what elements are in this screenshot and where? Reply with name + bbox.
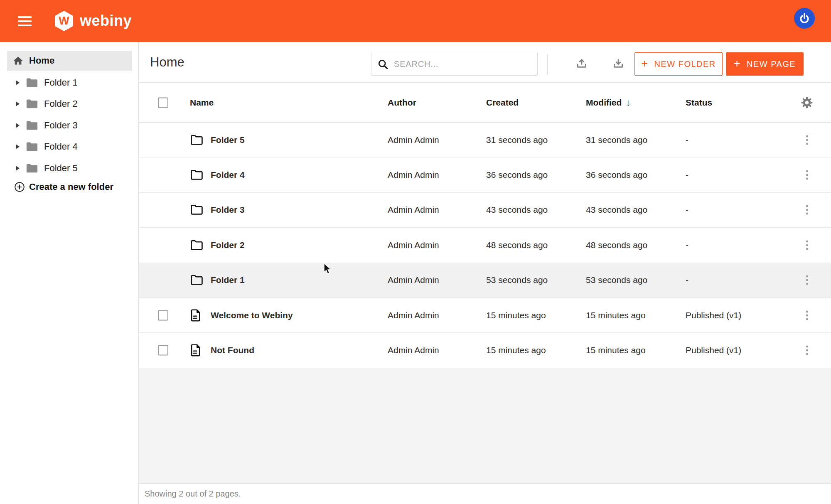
top-bar: W webiny bbox=[0, 0, 831, 42]
user-avatar[interactable] bbox=[794, 8, 815, 29]
sidebar-item-home[interactable]: Home bbox=[7, 51, 132, 71]
page-icon bbox=[190, 344, 201, 356]
column-header-author[interactable]: Author bbox=[388, 98, 416, 108]
row-name[interactable]: Not Found bbox=[211, 345, 254, 355]
page-title: Home bbox=[150, 55, 184, 70]
kebab-menu-icon bbox=[806, 205, 808, 215]
search-input[interactable] bbox=[394, 59, 527, 69]
empty-area bbox=[139, 368, 831, 483]
row-name[interactable]: Folder 4 bbox=[211, 170, 245, 180]
row-author: Admin Admin bbox=[388, 345, 439, 355]
table-row[interactable]: Folder 3 Admin Admin 43 seconds ago 43 s… bbox=[139, 193, 831, 228]
create-new-folder-button[interactable]: Create a new folder bbox=[14, 182, 113, 192]
table-row[interactable]: Folder 5 Admin Admin 31 seconds ago 31 s… bbox=[139, 123, 831, 157]
row-status: - bbox=[686, 170, 688, 180]
row-actions-button[interactable] bbox=[798, 275, 816, 285]
row-status: - bbox=[686, 240, 688, 250]
row-modified: 15 minutes ago bbox=[586, 345, 646, 355]
column-header-created[interactable]: Created bbox=[486, 98, 519, 108]
row-name[interactable]: Welcome to Webiny bbox=[211, 310, 293, 320]
create-new-folder-label: Create a new folder bbox=[29, 182, 113, 192]
row-actions-button[interactable] bbox=[798, 346, 816, 355]
sidebar-folder-label: Folder 2 bbox=[44, 98, 78, 109]
row-checkbox[interactable] bbox=[158, 345, 168, 356]
main-content: Home bbox=[139, 42, 831, 504]
sidebar-home-label: Home bbox=[29, 55, 54, 66]
row-author: Admin Admin bbox=[388, 135, 439, 145]
sidebar-item-folder-3[interactable]: Folder 3 bbox=[0, 115, 139, 136]
home-icon bbox=[12, 55, 24, 66]
export-button[interactable] bbox=[611, 58, 626, 72]
row-name[interactable]: Folder 1 bbox=[211, 275, 245, 285]
chevron-right-icon[interactable] bbox=[16, 101, 20, 106]
toolbar-divider bbox=[547, 54, 548, 74]
row-status: - bbox=[686, 205, 688, 215]
row-name[interactable]: Folder 3 bbox=[211, 205, 245, 215]
row-author: Admin Admin bbox=[388, 240, 439, 250]
table-settings-button[interactable] bbox=[798, 96, 816, 110]
table-row[interactable]: Not Found Admin Admin 15 minutes ago 15 … bbox=[139, 333, 831, 368]
row-created: 53 seconds ago bbox=[486, 275, 548, 285]
table-body: Folder 5 Admin Admin 31 seconds ago 31 s… bbox=[139, 123, 831, 368]
chevron-right-icon[interactable] bbox=[16, 123, 20, 128]
webiny-page-builder-screen: W webiny Home Folder 1 Folder 2 bbox=[0, 0, 831, 504]
row-actions-button[interactable] bbox=[798, 310, 816, 320]
row-status: - bbox=[686, 275, 688, 285]
chevron-right-icon[interactable] bbox=[16, 166, 20, 171]
row-author: Admin Admin bbox=[388, 310, 439, 320]
upload-icon bbox=[575, 58, 589, 72]
row-actions-button[interactable] bbox=[798, 135, 816, 145]
row-created: 31 seconds ago bbox=[486, 135, 548, 145]
gear-icon bbox=[800, 96, 814, 110]
row-modified: 43 seconds ago bbox=[586, 205, 647, 215]
new-page-button[interactable]: + NEW PAGE bbox=[726, 52, 804, 76]
content-header: Home bbox=[139, 42, 831, 83]
row-actions-button[interactable] bbox=[798, 170, 816, 180]
row-checkbox[interactable] bbox=[158, 310, 168, 320]
chevron-right-icon[interactable] bbox=[16, 144, 20, 149]
search-icon bbox=[377, 59, 389, 70]
folder-icon bbox=[26, 98, 38, 109]
page-icon bbox=[190, 309, 201, 322]
column-header-name[interactable]: Name bbox=[190, 98, 214, 108]
row-actions-button[interactable] bbox=[798, 240, 816, 250]
table-header: Name Author Created Modified ↓ Status bbox=[139, 83, 831, 123]
folder-icon bbox=[190, 170, 203, 181]
table-row[interactable]: Folder 4 Admin Admin 36 seconds ago 36 s… bbox=[139, 157, 831, 192]
select-all-checkbox[interactable] bbox=[158, 97, 168, 108]
kebab-menu-icon bbox=[806, 135, 808, 145]
sidebar-folder-label: Folder 5 bbox=[44, 163, 78, 174]
table-footer: Showing 2 out of 2 pages. bbox=[139, 483, 831, 504]
row-actions-button[interactable] bbox=[798, 205, 816, 215]
plus-icon: + bbox=[641, 57, 648, 70]
webiny-logo-icon[interactable]: W bbox=[55, 11, 73, 31]
import-button[interactable] bbox=[574, 58, 589, 72]
row-author: Admin Admin bbox=[388, 170, 439, 180]
column-header-status[interactable]: Status bbox=[686, 98, 712, 108]
sidebar-folder-list: Folder 1 Folder 2 Folder 3 Folder 4 Fold… bbox=[0, 72, 139, 179]
sidebar-folder-label: Folder 3 bbox=[44, 120, 78, 131]
column-header-modified[interactable]: Modified ↓ bbox=[586, 97, 630, 108]
sidebar-item-folder-4[interactable]: Folder 4 bbox=[0, 136, 139, 158]
folder-icon bbox=[26, 163, 38, 174]
row-modified: 48 seconds ago bbox=[586, 240, 647, 250]
kebab-menu-icon bbox=[806, 240, 808, 250]
table-row[interactable]: Folder 1 Admin Admin 53 seconds ago 53 s… bbox=[139, 263, 831, 298]
sidebar-item-folder-2[interactable]: Folder 2 bbox=[0, 93, 139, 115]
table-row[interactable]: Folder 2 Admin Admin 48 seconds ago 48 s… bbox=[139, 228, 831, 263]
row-modified: 53 seconds ago bbox=[586, 275, 647, 285]
folder-icon bbox=[26, 120, 38, 131]
row-status: Published (v1) bbox=[686, 310, 741, 320]
chevron-right-icon[interactable] bbox=[16, 80, 20, 85]
row-author: Admin Admin bbox=[388, 205, 439, 215]
sidebar-item-folder-5[interactable]: Folder 5 bbox=[0, 157, 139, 179]
table-row[interactable]: Welcome to Webiny Admin Admin 15 minutes… bbox=[139, 298, 831, 333]
search-box bbox=[371, 53, 538, 76]
hamburger-menu-icon[interactable] bbox=[18, 16, 32, 26]
new-folder-button[interactable]: + NEW FOLDER bbox=[634, 52, 723, 76]
folder-icon bbox=[190, 134, 203, 145]
row-name[interactable]: Folder 2 bbox=[211, 240, 245, 250]
row-modified: 15 minutes ago bbox=[586, 310, 646, 320]
row-name[interactable]: Folder 5 bbox=[211, 135, 245, 145]
sidebar-item-folder-1[interactable]: Folder 1 bbox=[0, 72, 139, 93]
